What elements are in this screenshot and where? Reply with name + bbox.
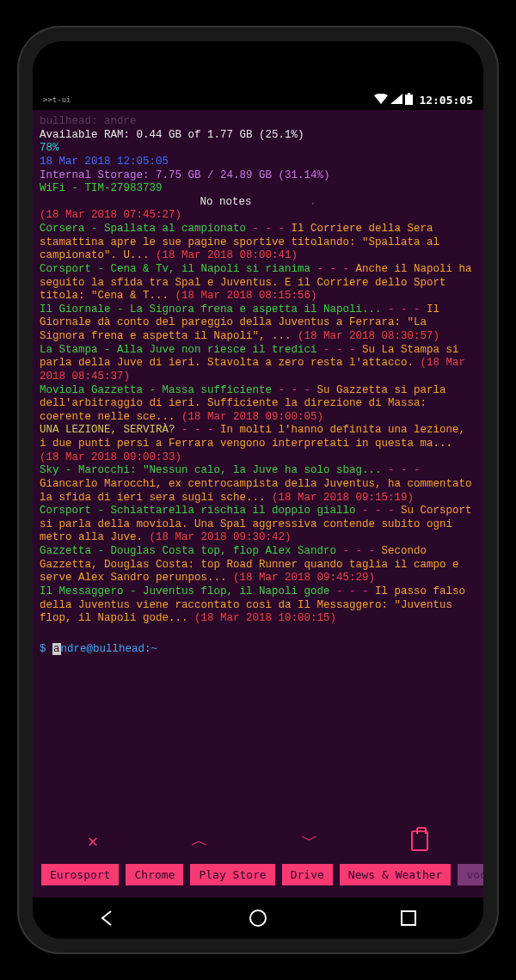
status-time: 12:05:05 xyxy=(419,94,473,107)
terminal-area[interactable]: bullhead: andre Available RAM: 0.44 GB o… xyxy=(33,110,483,824)
feed-sep: - - - xyxy=(317,344,363,356)
svg-rect-1 xyxy=(408,93,410,95)
timestamp-initial: (18 Mar 2018 07:45:27) xyxy=(40,209,476,223)
feed-title: UNA LEZIONE, SERVIRÀ? xyxy=(40,424,175,436)
feed-item: La Stampa - Alla Juve non riesce il tred… xyxy=(40,344,476,384)
chevron-up-icon[interactable]: ︿ xyxy=(191,829,208,852)
feed-title: Sky - Marocchi: "Nessun calo, la Juve ha… xyxy=(40,464,382,476)
svg-rect-0 xyxy=(405,95,413,105)
feed-title: Il Messaggero - Juventus flop, il Napoli… xyxy=(40,585,330,597)
svg-rect-3 xyxy=(402,911,415,925)
status-right: 12:05:05 xyxy=(374,93,473,107)
feed-item: Gazzetta - Douglas Costa top, flop Alex … xyxy=(40,545,476,585)
feed-item: Corsport - Schiattarella rischia il dopp… xyxy=(40,505,476,545)
app-button-news[interactable]: News & Weather xyxy=(340,864,452,885)
feed-sep: - - - xyxy=(175,424,221,436)
wifi-line: WiFi - TIM-27983739 xyxy=(40,182,476,196)
feed-title: La Stampa - Alla Juve non riesce il tred… xyxy=(40,344,317,356)
phone-frame: >>t-ui 12:05:05 bullhead: andre Availabl… xyxy=(17,26,499,954)
home-icon[interactable] xyxy=(248,908,268,928)
recent-icon[interactable] xyxy=(398,908,419,928)
signal-icon xyxy=(390,94,402,107)
feed-ts: (18 Mar 2018 09:45:29) xyxy=(233,572,375,584)
phone-screen: >>t-ui 12:05:05 bullhead: andre Availabl… xyxy=(33,41,483,939)
feed-sep: - - - xyxy=(356,505,402,517)
feed-ts: (18 Mar 2018 09:15:19) xyxy=(272,492,414,504)
feed-title: Il Giornale - La Signora frena e aspetta… xyxy=(40,303,382,315)
feed-ts: (18 Mar 2018 08:15:56) xyxy=(175,290,317,302)
feed-item: Corsport - Cena & Tv, il Napoli si riani… xyxy=(40,263,476,303)
close-icon[interactable]: ✕ xyxy=(88,830,98,851)
app-button-chrome[interactable]: Chrome xyxy=(126,864,183,885)
action-row: ✕ ︿ ﹀ xyxy=(33,824,483,857)
feed-sep: - - - xyxy=(336,545,382,557)
feed-title: Gazzetta - Douglas Costa top, flop Alex … xyxy=(40,545,336,557)
feed-sep: - - - xyxy=(382,303,427,315)
app-button-eurosport[interactable]: Eurosport xyxy=(41,864,119,885)
notes-line: No notes . xyxy=(40,196,476,210)
feed-title: Moviola Gazzetta - Massa sufficiente xyxy=(40,384,272,396)
cursor: a xyxy=(52,643,61,655)
clipboard-icon[interactable] xyxy=(411,830,428,851)
feed-item: Il Giornale - La Signora frena e aspetta… xyxy=(40,303,476,344)
nav-bar xyxy=(33,897,483,939)
back-icon[interactable] xyxy=(97,908,118,928)
feed-item: Sky - Marocchi: "Nessun calo, la Juve ha… xyxy=(40,464,476,505)
feed-ts: (18 Mar 2018 09:30:42) xyxy=(150,531,292,543)
feed-ts: (18 Mar 2018 09:00:05) xyxy=(181,411,323,423)
datetime-line: 18 Mar 2018 12:05:05 xyxy=(40,156,476,169)
app-button-playstore[interactable]: Play Store xyxy=(190,864,274,885)
prompt-rest: ndre@bullhead:~ xyxy=(61,643,158,655)
feed-title: Corsera - Spallata al campionato xyxy=(40,223,246,235)
feed-ts: (18 Mar 2018 08:00:41) xyxy=(156,249,298,261)
feed-sep: - - - xyxy=(310,263,356,275)
feed-title: Corsport - Cena & Tv, il Napoli si riani… xyxy=(40,263,310,275)
wifi-icon xyxy=(374,94,388,107)
app-button-drive[interactable]: Drive xyxy=(282,864,333,885)
header-dim: bullhead: andre xyxy=(40,115,476,129)
feed-sep: - - - xyxy=(272,384,317,396)
prompt-line[interactable]: $ andre@bullhead:~ xyxy=(40,643,476,657)
feed-item: Moviola Gazzetta - Massa sufficiente - -… xyxy=(40,384,476,425)
feed-sep: - - - xyxy=(246,223,292,235)
feed-title: Corsport - Schiattarella rischia il dopp… xyxy=(40,505,356,517)
svg-point-2 xyxy=(250,910,266,926)
app-button-partial[interactable]: voc xyxy=(458,864,483,885)
feed-item: UNA LEZIONE, SERVIRÀ? - - - In molti l'h… xyxy=(40,424,476,464)
feed-ts: (18 Mar 2018 08:30:57) xyxy=(298,330,439,342)
feed-ts: (18 Mar 2018 09:00:33) xyxy=(40,451,181,463)
feed-sep: - - - xyxy=(330,585,376,597)
ram-pct: 78% xyxy=(40,142,476,156)
ram-line: Available RAM: 0.44 GB of 1.77 GB (25.1%… xyxy=(40,129,476,143)
prompt-symbol: $ xyxy=(40,643,46,655)
status-app-label: >>t-ui xyxy=(43,95,71,104)
storage-line: Internal Storage: 7.75 GB / 24.89 GB (31… xyxy=(40,169,476,183)
app-row[interactable]: Eurosport Chrome Play Store Drive News &… xyxy=(33,857,483,897)
feed-sep: - - - xyxy=(382,464,421,476)
chevron-down-icon[interactable]: ﹀ xyxy=(301,829,318,852)
feed-item: Il Messaggero - Juventus flop, il Napoli… xyxy=(40,585,476,626)
status-bar: >>t-ui 12:05:05 xyxy=(33,89,483,110)
feed-item: Corsera - Spallata al campionato - - - I… xyxy=(40,223,476,263)
battery-icon xyxy=(405,93,413,107)
feed-ts: (18 Mar 2018 10:00:15) xyxy=(194,612,336,624)
